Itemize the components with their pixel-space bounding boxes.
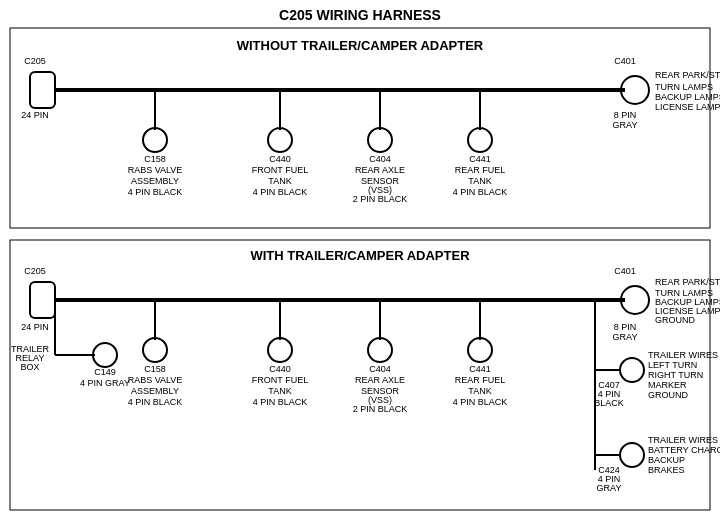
s1-c205-label: C205 [24,56,46,66]
s2-c158-l3: 4 PIN BLACK [128,397,183,407]
svg-point-15 [621,286,649,314]
s2-c401-color: GRAY [613,332,638,342]
s2-c149-pins: 4 PIN GRAY [80,378,130,388]
s1-c440-l3: 4 PIN BLACK [253,187,308,197]
svg-point-7 [268,128,292,152]
s2-c407-l5: GROUND [648,390,688,400]
svg-rect-14 [30,282,55,318]
s2-c440-l3: 4 PIN BLACK [253,397,308,407]
svg-point-22 [268,338,292,362]
s1-c401-l2: TURN LAMPS [655,82,713,92]
s1-c401-pins: 8 PIN [614,110,637,120]
s2-c441-l1: REAR FUEL [455,375,506,385]
s1-c205-pins: 24 PIN [21,110,49,120]
s1-c158-l1: RABS VALVE [128,165,183,175]
s1-c441-name: C441 [469,154,491,164]
svg-point-26 [468,338,492,362]
s2-c441-name: C441 [469,364,491,374]
svg-point-31 [620,443,644,467]
s2-c407-l3: RIGHT TURN [648,370,703,380]
svg-point-29 [620,358,644,382]
s2-c407-color: BLACK [594,398,624,408]
s1-c401-l3: BACKUP LAMPS [655,92,720,102]
s2-c401-pins: 8 PIN [614,322,637,332]
svg-point-18 [93,343,117,367]
s2-c424-color: GRAY [597,483,622,493]
s2-c424-l4: BRAKES [648,465,685,475]
s1-c404-l1: REAR AXLE [355,165,405,175]
s2-c149-name: C149 [94,367,116,377]
s2-c401-l5: GROUND [655,315,695,325]
s1-c401-l1: REAR PARK/STOP [655,70,720,80]
s2-c407-l4: MARKER [648,380,687,390]
s1-c441-l2: TANK [468,176,491,186]
s2-c401-label: C401 [614,266,636,276]
s1-c440-name: C440 [269,154,291,164]
section1-title: WITHOUT TRAILER/CAMPER ADAPTER [237,38,484,53]
s1-c401-l4: LICENSE LAMPS [655,102,720,112]
svg-point-24 [368,338,392,362]
svg-point-11 [468,128,492,152]
s2-c424-l2: BATTERY CHARGE [648,445,720,455]
s1-c158-l3: 4 PIN BLACK [128,187,183,197]
s2-c440-l2: TANK [268,386,291,396]
s1-c401-color: GRAY [613,120,638,130]
svg-point-20 [143,338,167,362]
s2-c404-name: C404 [369,364,391,374]
svg-point-9 [368,128,392,152]
s2-c440-l1: FRONT FUEL [252,375,308,385]
s2-c424-l1: TRAILER WIRES [648,435,718,445]
s2-c424-l3: BACKUP [648,455,685,465]
diagram-title: C205 WIRING HARNESS [279,7,441,23]
s2-c441-l3: 4 PIN BLACK [453,397,508,407]
s1-c401-label: C401 [614,56,636,66]
s2-c404-l1: REAR AXLE [355,375,405,385]
svg-point-3 [621,76,649,104]
s2-c158-l1: RABS VALVE [128,375,183,385]
s1-c158-l2: ASSEMBLY [131,176,179,186]
s2-c401-l1: REAR PARK/STOP [655,277,720,287]
s2-c404-l4: 2 PIN BLACK [353,404,408,414]
wiring-diagram: C205 WIRING HARNESS WITHOUT TRAILER/CAMP… [0,0,720,517]
s2-c407-l2: LEFT TURN [648,360,697,370]
s1-c158-name: C158 [144,154,166,164]
s2-c205-label: C205 [24,266,46,276]
section2-title: WITH TRAILER/CAMPER ADAPTER [250,248,470,263]
s2-trailer-relay-l3: BOX [20,362,39,372]
s1-c404-name: C404 [369,154,391,164]
s2-c158-l2: ASSEMBLY [131,386,179,396]
s1-c441-l1: REAR FUEL [455,165,506,175]
s1-c441-l3: 4 PIN BLACK [453,187,508,197]
s1-c404-l4: 2 PIN BLACK [353,194,408,204]
s2-c441-l2: TANK [468,386,491,396]
s1-c440-l2: TANK [268,176,291,186]
svg-rect-2 [30,72,55,108]
s1-c440-l1: FRONT FUEL [252,165,308,175]
s2-c440-name: C440 [269,364,291,374]
s2-c407-l1: TRAILER WIRES [648,350,718,360]
svg-point-5 [143,128,167,152]
s2-c158-name: C158 [144,364,166,374]
s2-c205-pins: 24 PIN [21,322,49,332]
